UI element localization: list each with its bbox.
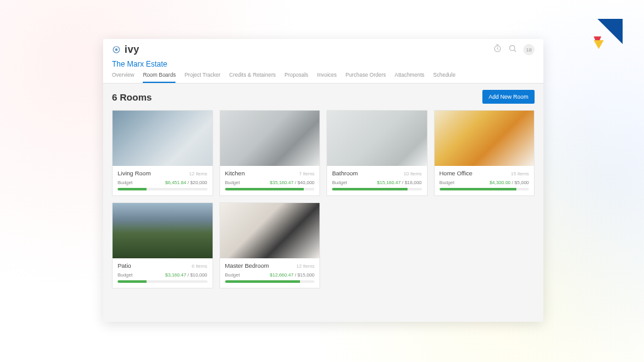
add-new-room-button[interactable]: Add New Room: [482, 90, 535, 104]
tab-credits-retainers[interactable]: Credits & Retainers: [230, 72, 276, 83]
room-card[interactable]: Master Bedroom12 ItemsBudget$12,660.47 /…: [219, 202, 321, 288]
room-card-body: Master Bedroom12 ItemsBudget$12,660.47 /…: [220, 258, 320, 288]
room-thumbnail: [113, 203, 213, 258]
room-item-count: 12 Items: [296, 263, 314, 269]
app-window: ivy 18 The Marx Estate OverviewRoom Boar…: [103, 39, 543, 322]
room-thumbnail: [435, 111, 535, 166]
budget-values: $6,451.84 / $20,000: [165, 180, 208, 185]
room-name: Bathroom: [332, 170, 358, 177]
room-card[interactable]: Living Room12 ItemsBudget$6,451.84 / $20…: [112, 110, 213, 196]
tab-overview[interactable]: Overview: [112, 72, 134, 83]
svg-point-4: [115, 48, 118, 51]
budget-progress-bar: [332, 188, 422, 190]
app-header: ivy 18 The Marx Estate OverviewRoom Boar…: [103, 39, 543, 84]
tab-project-tracker[interactable]: Project Tracker: [184, 72, 220, 83]
room-name: Home Office: [440, 170, 473, 177]
room-name: Master Bedroom: [225, 262, 269, 269]
room-card[interactable]: Home Office15 ItemsBudget$4,300.00 / $5,…: [434, 110, 535, 196]
tab-proposals[interactable]: Proposals: [284, 72, 308, 83]
budget-total: $18,000: [404, 180, 421, 185]
content-area: 6 Rooms Add New Room Living Room12 Items…: [103, 84, 543, 295]
room-card-body: Kitchen7 ItemsBudget$35,160.47 / $40,000: [220, 166, 320, 195]
budget-values: $3,160.47 / $10,000: [165, 272, 208, 278]
tab-invoices[interactable]: Invoices: [317, 72, 336, 83]
budget-label: Budget: [440, 180, 455, 185]
page-corner-logo: [592, 18, 624, 49]
budget-spent: $3,160.47: [165, 272, 186, 278]
budget-spent: $6,451.84: [165, 180, 186, 185]
room-thumbnail: [113, 111, 213, 166]
budget-progress-fill: [225, 280, 301, 283]
budget-total: $5,000: [514, 180, 529, 185]
room-item-count: 10 Items: [404, 171, 422, 177]
budget-progress-bar: [225, 280, 315, 283]
budget-values: $12,660.47 / $15,000: [270, 272, 314, 278]
room-item-count: 6 Items: [192, 263, 208, 269]
budget-progress-bar: [118, 280, 208, 283]
room-item-count: 15 Items: [511, 171, 529, 177]
room-card-body: Patio6 ItemsBudget$3,160.47 / $10,000: [113, 258, 213, 288]
budget-label: Budget: [225, 272, 240, 278]
budget-progress-bar: [118, 188, 208, 190]
budget-label: Budget: [118, 272, 133, 278]
page-heading: 6 Rooms: [112, 92, 152, 102]
budget-progress-bar: [225, 188, 315, 190]
budget-progress-fill: [332, 188, 408, 190]
svg-marker-2: [594, 40, 604, 49]
budget-progress-fill: [440, 188, 517, 190]
user-avatar[interactable]: 18: [523, 44, 535, 55]
budget-values: $4,300.00 / $5,000: [489, 180, 529, 185]
budget-progress-fill: [118, 188, 147, 190]
project-tabs: OverviewRoom BoardsProject TrackerCredit…: [112, 72, 535, 83]
room-card-body: Home Office15 ItemsBudget$4,300.00 / $5,…: [435, 166, 535, 195]
budget-spent: $12,660.47: [270, 272, 294, 278]
budget-total: $15,000: [297, 272, 314, 278]
budget-spent: $15,160.47: [377, 180, 401, 185]
svg-point-6: [509, 45, 514, 50]
room-thumbnail: [220, 203, 320, 258]
budget-progress-bar: [440, 188, 530, 190]
room-card-body: Bathroom10 ItemsBudget$15,160.47 / $18,0…: [327, 166, 427, 195]
budget-spent: $4,300.00: [489, 180, 510, 185]
budget-values: $35,160.47 / $40,000: [270, 180, 314, 185]
budget-label: Budget: [332, 180, 347, 185]
room-card[interactable]: Patio6 ItemsBudget$3,160.47 / $10,000: [112, 202, 213, 288]
rooms-grid: Living Room12 ItemsBudget$6,451.84 / $20…: [112, 110, 535, 288]
tab-attachments[interactable]: Attachments: [395, 72, 425, 83]
budget-total: $10,000: [190, 272, 207, 278]
project-title[interactable]: The Marx Estate: [112, 60, 535, 69]
brand-name: ivy: [125, 44, 140, 55]
budget-label: Budget: [225, 180, 240, 185]
budget-values: $15,160.47 / $18,000: [377, 180, 422, 185]
room-name: Kitchen: [225, 170, 245, 177]
tab-purchase-orders[interactable]: Purchase Orders: [345, 72, 386, 83]
room-item-count: 12 Items: [189, 171, 208, 177]
search-icon[interactable]: [508, 44, 517, 55]
tab-room-boards[interactable]: Room Boards: [143, 72, 175, 83]
budget-spent: $35,160.47: [270, 180, 294, 185]
timer-icon[interactable]: [493, 44, 502, 55]
budget-total: $40,000: [297, 180, 314, 185]
budget-total: $20,000: [190, 180, 207, 185]
tab-schedule[interactable]: Schedule: [433, 72, 455, 83]
room-card-body: Living Room12 ItemsBudget$6,451.84 / $20…: [113, 166, 213, 195]
ivy-logo-icon: [112, 45, 121, 54]
room-thumbnail: [220, 111, 320, 166]
room-card[interactable]: Kitchen7 ItemsBudget$35,160.47 / $40,000: [219, 110, 321, 196]
budget-label: Budget: [118, 180, 133, 185]
budget-progress-fill: [225, 188, 304, 190]
room-name: Patio: [118, 262, 131, 269]
room-thumbnail: [327, 111, 427, 166]
budget-progress-fill: [118, 280, 147, 283]
room-name: Living Room: [118, 170, 151, 177]
room-item-count: 7 Items: [299, 171, 314, 177]
room-card[interactable]: Bathroom10 ItemsBudget$15,160.47 / $18,0…: [326, 110, 428, 196]
